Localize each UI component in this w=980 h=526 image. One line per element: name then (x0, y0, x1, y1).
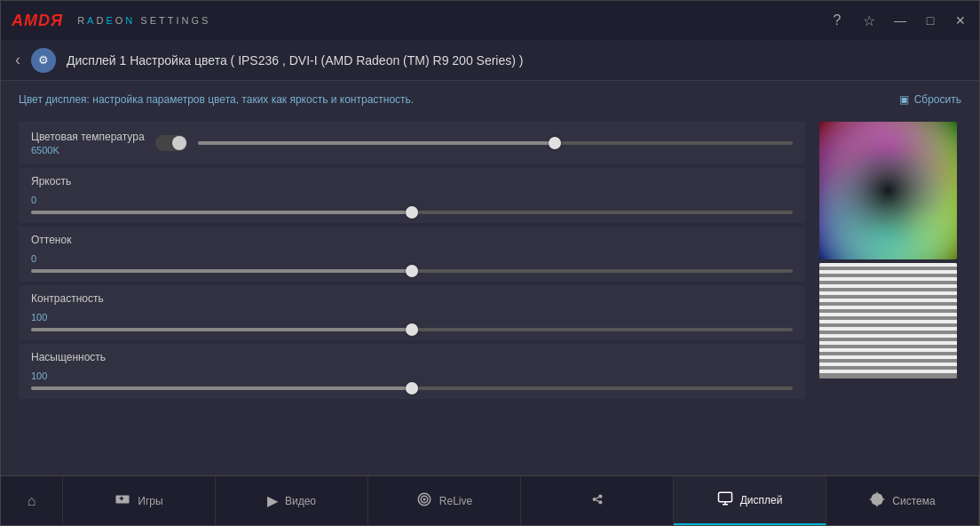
stripes-preview (819, 263, 957, 379)
svg-point-29 (598, 494, 602, 498)
saturation-slider[interactable] (31, 387, 793, 390)
system-label: Система (892, 495, 935, 507)
svg-rect-19 (819, 334, 957, 338)
amd-logo: AMDЯ (12, 12, 63, 30)
saturation-label: Насыщенность (31, 351, 793, 363)
games-icon (115, 491, 130, 511)
nav-item-home[interactable]: ⌂ (1, 476, 63, 525)
main-content: Цвет дисплея: настройка параметров цвета… (1, 81, 979, 475)
main-window: AMDЯ RADEON SETTINGS ? ☆ — □ ✕ ‹ ⚙ Диспл… (0, 0, 980, 526)
breadcrumb-bar: ‹ ⚙ Дисплей 1 Настройка цвета ( IPS236 ,… (1, 40, 979, 81)
nav-item-social[interactable] (521, 476, 674, 525)
temperature-row: Цветовая температура 6500K (19, 122, 805, 164)
svg-rect-18 (819, 327, 957, 331)
svg-rect-14 (819, 299, 957, 302)
display-icon (717, 490, 733, 510)
contrast-slider[interactable] (31, 328, 793, 331)
display-label: Дисплей (740, 494, 783, 506)
page-title: Дисплей 1 Настройка цвета ( IPS236 , DVI… (67, 53, 523, 68)
brightness-slider[interactable] (31, 211, 793, 214)
svg-rect-17 (819, 320, 957, 323)
relive-icon (416, 491, 432, 511)
hue-slider[interactable] (31, 269, 793, 273)
temperature-slider[interactable] (198, 141, 793, 145)
svg-rect-15 (819, 306, 957, 309)
svg-rect-24 (819, 370, 957, 373)
info-prefix: Цвет дисплея: (19, 93, 92, 106)
hue-value: 0 (31, 253, 793, 264)
contrast-value: 100 (31, 312, 793, 323)
page-icon: ⚙ (31, 48, 56, 73)
nav-item-video[interactable]: ▶ Видео (216, 476, 368, 525)
help-button[interactable]: ? (828, 12, 846, 28)
color-preview-svg (819, 122, 957, 259)
svg-rect-7 (819, 122, 957, 259)
svg-rect-21 (819, 348, 957, 352)
brightness-thumb[interactable] (406, 206, 418, 219)
color-preview (819, 122, 957, 259)
close-button[interactable]: ✕ (952, 12, 968, 28)
temperature-thumb[interactable] (549, 137, 561, 149)
contrast-thumb[interactable] (406, 323, 418, 336)
svg-rect-12 (819, 284, 957, 288)
temperature-fill (198, 141, 555, 145)
contrast-label: Контрастность (31, 292, 793, 305)
maximize-button[interactable]: □ (922, 12, 938, 28)
titlebar-controls: ? ☆ — □ ✕ (828, 12, 968, 29)
nav-item-games[interactable]: Игры (63, 476, 216, 525)
svg-rect-10 (819, 270, 957, 274)
hue-row: Оттенок 0 (19, 227, 805, 282)
brightness-label: Яркость (31, 175, 793, 187)
svg-rect-9 (819, 263, 957, 267)
star-button[interactable]: ☆ (860, 12, 878, 29)
titlebar: AMDЯ RADEON SETTINGS ? ☆ — □ ✕ (1, 1, 979, 40)
saturation-row: Насыщенность 100 (19, 344, 805, 399)
back-button[interactable]: ‹ (15, 51, 20, 69)
previews-panel (819, 122, 961, 463)
contrast-fill (31, 328, 412, 331)
stripes-svg (819, 263, 957, 379)
settings-area: Цветовая температура 6500K (19, 122, 961, 463)
system-icon (869, 491, 885, 511)
temperature-toggle[interactable] (155, 135, 187, 151)
hue-fill (31, 269, 412, 273)
social-icon (589, 490, 606, 512)
saturation-value: 100 (31, 371, 793, 381)
temperature-value: 6500K (31, 145, 145, 155)
bottom-nav: ⌂ Игры ▶ Видео ReLive (1, 475, 979, 525)
minimize-button[interactable]: — (892, 12, 908, 28)
saturation-thumb[interactable] (406, 382, 418, 394)
temperature-label-block: Цветовая температура 6500K (31, 131, 145, 155)
svg-line-32 (596, 499, 598, 501)
nav-item-relive[interactable]: ReLive (368, 476, 521, 525)
temperature-track (198, 141, 793, 145)
svg-rect-33 (718, 492, 731, 502)
video-icon: ▶ (267, 492, 278, 509)
relive-label: ReLive (439, 495, 472, 507)
amd-logo-text: AMDЯ (12, 12, 63, 30)
saturation-fill (31, 387, 412, 390)
svg-rect-20 (819, 341, 957, 345)
svg-rect-23 (819, 363, 957, 366)
brightness-row: Яркость 0 (19, 168, 805, 223)
svg-line-31 (596, 497, 598, 498)
temperature-label: Цветовая температура (31, 131, 145, 143)
brightness-fill (31, 211, 412, 214)
info-bar: Цвет дисплея: настройка параметров цвета… (19, 93, 961, 106)
svg-rect-13 (819, 291, 957, 295)
svg-rect-22 (819, 355, 957, 359)
reset-button[interactable]: ▣ Сбросить (899, 93, 961, 106)
hue-track (31, 269, 793, 273)
svg-point-27 (423, 498, 425, 500)
saturation-track (31, 387, 793, 390)
home-icon: ⌂ (28, 493, 36, 509)
brightness-track (31, 211, 793, 214)
nav-item-display[interactable]: Дисплей (674, 476, 826, 525)
nav-item-system[interactable]: Система (826, 476, 979, 525)
radeon-settings-label: RADEON SETTINGS (77, 15, 210, 26)
info-main: настройка параметров цвета, таких как яр… (92, 93, 414, 106)
svg-rect-16 (819, 313, 957, 316)
hue-thumb[interactable] (406, 265, 418, 277)
hue-label: Оттенок (31, 234, 793, 246)
video-label: Видео (285, 495, 316, 507)
